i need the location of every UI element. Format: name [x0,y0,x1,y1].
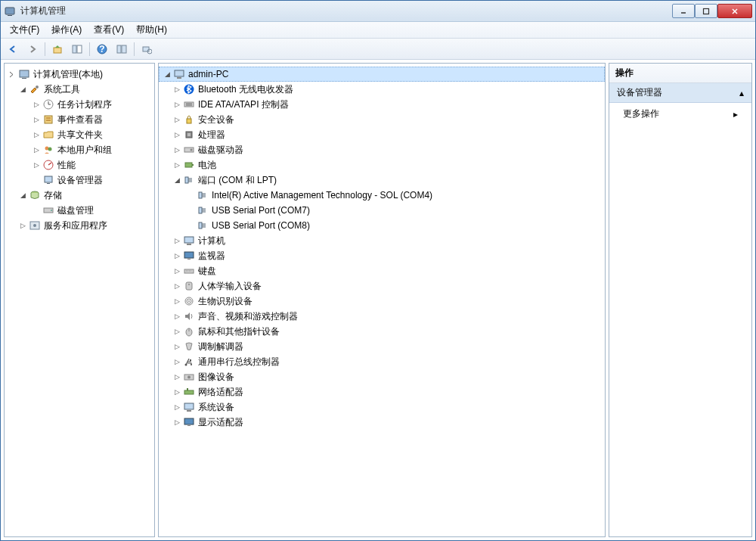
tree-shared-folders[interactable]: ▷ 共享文件夹 [5,127,154,142]
device-modems[interactable]: ▷ 调制解调器 [159,339,605,354]
device-keyboards[interactable]: ▷ 键盘 [159,263,605,278]
properties-button[interactable] [113,41,131,58]
device-port-com7[interactable]: ▷ USB Serial Port (COM7) [159,203,605,218]
menu-file[interactable]: 文件(F) [4,22,45,38]
expander-icon[interactable]: ▷ [172,403,181,412]
svg-rect-53 [187,244,191,245]
expander-down-icon[interactable]: ◢ [163,70,172,79]
device-biometric[interactable]: ▷ 生物识别设备 [159,294,605,309]
tree-event-viewer[interactable]: ▷ 事件查看器 [5,112,154,127]
svg-rect-12 [122,45,126,53]
maximize-button[interactable] [695,4,717,18]
help-button[interactable]: ? [93,41,111,58]
expander-icon[interactable]: ▷ [172,266,181,275]
device-security[interactable]: ▷ 安全设备 [159,112,605,127]
tree-performance[interactable]: ▷ 性能 [5,157,154,173]
expander-down-icon[interactable]: ◢ [18,85,27,94]
expander-icon[interactable]: ▷ [172,160,181,169]
expander-icon[interactable]: ▷ [32,130,41,139]
expander-icon[interactable]: ▷ [172,342,181,351]
expander-icon[interactable]: ▷ [172,418,181,427]
expander-icon[interactable]: ▷ [172,297,181,306]
scan-button[interactable] [138,41,156,58]
node-label: USB Serial Port (COM7) [212,205,310,216]
tree-services-apps[interactable]: ▷ 服务和应用程序 [5,218,154,233]
event-icon [42,113,54,126]
actions-section-title[interactable]: 设备管理器 ▴ [609,83,751,103]
expander-icon[interactable]: ▷ [172,85,181,94]
expander-icon[interactable]: ▷ [172,115,181,124]
show-hide-tree-button[interactable] [68,41,86,58]
expander-icon[interactable]: ▷ [172,100,181,109]
collapse-icon[interactable]: ▴ [739,88,744,98]
device-tree-panel: ◢ admin-PC ▷ Bluetooth 无线电收发器 ▷ IDE ATA/… [158,63,606,537]
close-button[interactable] [717,4,752,18]
tree-disk-management[interactable]: ▷ 磁盘管理 [5,203,154,218]
expander-icon[interactable]: ▷ [32,145,41,154]
expander-icon[interactable]: ▷ [172,236,181,245]
app-icon [4,5,16,17]
svg-rect-11 [117,45,121,53]
device-root-computer[interactable]: ◢ admin-PC [159,67,605,82]
device-battery[interactable]: ▷ 电池 [159,157,605,173]
device-system-devices[interactable]: ▷ 系统设备 [159,400,605,415]
device-processors[interactable]: ▷ 处理器 [159,127,605,142]
device-imaging[interactable]: ▷ 图像设备 [159,369,605,384]
console-tree-panel: 计算机管理(本地) ◢ 系统工具 ▷ 任务计划程序 ▷ 事件查看器 ▷ 共享文件… [4,63,155,537]
expander-icon[interactable] [8,70,17,79]
back-button[interactable] [4,41,22,58]
expander-down-icon[interactable]: ◢ [18,191,27,200]
expander-icon[interactable]: ▷ [32,160,41,169]
node-label: 存储 [44,189,62,202]
expander-icon[interactable]: ▷ [172,327,181,336]
device-usb-controllers[interactable]: ▷ 通用串行总线控制器 [159,354,605,369]
expander-icon[interactable]: ▷ [172,145,181,154]
device-ports[interactable]: ◢ 端口 (COM 和 LPT) [159,173,605,188]
menu-action[interactable]: 操作(A) [45,22,88,38]
node-label: 共享文件夹 [57,129,103,141]
up-button[interactable] [48,41,67,58]
expander-icon[interactable]: ▷ [32,100,41,109]
expander-icon[interactable]: ▷ [172,130,181,139]
expander-icon[interactable]: ▷ [172,387,181,396]
tree-storage[interactable]: ◢ 存储 [5,188,154,203]
expander-icon[interactable]: ▷ [32,115,41,124]
tree-system-tools[interactable]: ◢ 系统工具 [5,82,154,97]
device-computers[interactable]: ▷ 计算机 [159,233,605,248]
expander-icon[interactable]: ▷ [172,357,181,366]
svg-rect-75 [187,425,191,426]
svg-point-45 [191,149,193,151]
device-disk-drives[interactable]: ▷ 磁盘驱动器 [159,142,605,157]
device-sound[interactable]: ▷ 声音、视频和游戏控制器 [159,309,605,324]
device-hid[interactable]: ▷ 人体学输入设备 [159,278,605,294]
device-monitors[interactable]: ▷ 监视器 [159,248,605,263]
action-more[interactable]: 更多操作 ▸ [609,103,751,125]
device-bluetooth[interactable]: ▷ Bluetooth 无线电收发器 [159,82,605,97]
content-area: 计算机管理(本地) ◢ 系统工具 ▷ 任务计划程序 ▷ 事件查看器 ▷ 共享文件… [1,60,755,540]
device-ide[interactable]: ▷ IDE ATA/ATAPI 控制器 [159,97,605,112]
device-network[interactable]: ▷ 网络适配器 [159,384,605,400]
device-port-sol[interactable]: ▷ Intel(R) Active Management Technology … [159,188,605,203]
expander-icon[interactable]: ▷ [172,251,181,260]
device-display[interactable]: ▷ 显示适配器 [159,415,605,430]
menu-help[interactable]: 帮助(H) [130,22,173,38]
node-label: 网络适配器 [198,386,243,399]
node-label: 调制解调器 [198,340,243,353]
menu-view[interactable]: 查看(V) [88,22,130,38]
forward-button[interactable] [23,41,42,58]
expander-icon[interactable]: ▷ [172,372,181,381]
network-icon [183,386,195,398]
device-port-com8[interactable]: ▷ USB Serial Port (COM8) [159,218,605,233]
tree-device-manager[interactable]: ▷ 设备管理器 [5,173,154,188]
device-mice[interactable]: ▷ 鼠标和其他指针设备 [159,324,605,339]
minimize-button[interactable] [672,4,695,18]
expander-down-icon[interactable]: ◢ [172,176,181,185]
tree-root-computer-management[interactable]: 计算机管理(本地) [5,67,154,82]
svg-rect-8 [77,45,82,53]
expander-icon[interactable]: ▷ [172,312,181,321]
expander-icon[interactable]: ▷ [172,281,181,291]
svg-point-69 [187,376,191,379]
tree-local-users[interactable]: ▷ 本地用户和组 [5,142,154,157]
expander-icon[interactable]: ▷ [18,221,27,230]
tree-task-scheduler[interactable]: ▷ 任务计划程序 [5,97,154,112]
